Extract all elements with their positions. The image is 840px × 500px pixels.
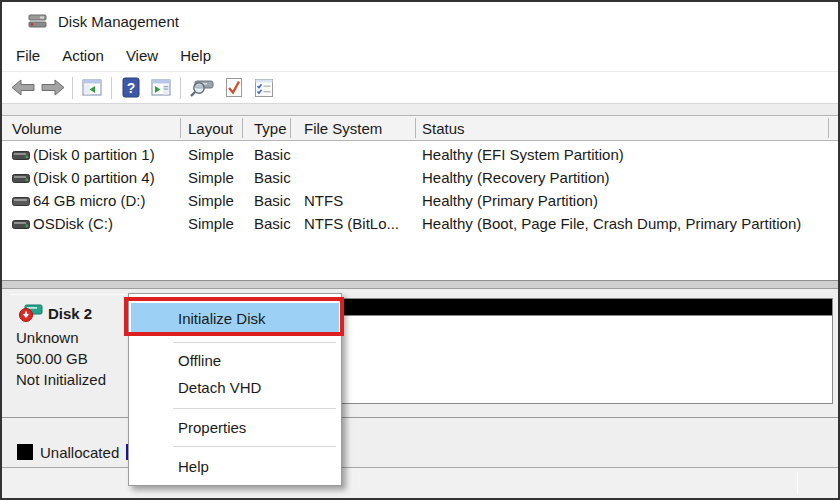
cell-file-system: NTFS (BitLo... — [304, 212, 399, 235]
console-tree-icon[interactable] — [77, 75, 107, 101]
column-separator[interactable] — [180, 118, 181, 138]
disk-capacity: 500.00 GB — [16, 348, 126, 369]
back-arrow-icon[interactable] — [8, 75, 38, 101]
cell-status: Healthy (Recovery Partition) — [422, 166, 610, 189]
column-separator[interactable] — [415, 118, 416, 138]
cell-volume: OSDisk (C:) — [33, 212, 113, 235]
disk-media-type: Unknown — [16, 327, 126, 348]
toolbar-separator — [72, 77, 73, 99]
menu-item-initialize-disk[interactable]: Initialize Disk — [131, 303, 339, 333]
cell-type: Basic — [254, 189, 291, 212]
column-header-file-system[interactable]: File System — [304, 116, 382, 140]
menu-file[interactable]: File — [5, 43, 51, 68]
cell-status: Healthy (EFI System Partition) — [422, 143, 624, 166]
volume-disk-icon — [12, 151, 30, 160]
title-bar: Disk Management — [2, 2, 838, 40]
cell-type: Basic — [254, 212, 291, 235]
help-icon[interactable]: ? — [116, 75, 146, 101]
cell-volume: (Disk 0 partition 4) — [33, 166, 155, 189]
menu-separator — [173, 408, 336, 409]
column-header-type[interactable]: Type — [254, 116, 287, 140]
disk2-info-box[interactable]: Disk 2 Unknown 500.00 GB Not Initialized — [10, 294, 126, 412]
volume-list: (Disk 0 partition 1) Simple Basic Health… — [2, 141, 838, 280]
column-header-layout[interactable]: Layout — [188, 116, 233, 140]
check-document-icon[interactable] — [219, 75, 249, 101]
toolbar-separator — [111, 77, 112, 99]
menu-separator — [173, 342, 336, 343]
menu-item-offline[interactable]: Offline — [131, 347, 339, 374]
cell-layout: Simple — [188, 166, 234, 189]
menu-item-properties[interactable]: Properties — [131, 414, 339, 441]
volume-disk-icon — [12, 220, 30, 229]
table-row[interactable]: 64 GB micro (D:) Simple Basic NTFS Healt… — [2, 189, 838, 212]
status-bar-divider — [797, 472, 798, 494]
menu-item-help[interactable]: Help — [131, 452, 339, 480]
cell-type: Basic — [254, 166, 291, 189]
cell-volume: (Disk 0 partition 1) — [33, 143, 155, 166]
disk-context-menu: Initialize Disk Offline Detach VHD Prope… — [128, 293, 342, 486]
table-row[interactable]: OSDisk (C:) Simple Basic NTFS (BitLo... … — [2, 212, 838, 235]
toolbar-gap — [2, 104, 838, 115]
cell-layout: Simple — [188, 143, 234, 166]
volume-table-header: Volume Layout Type File System Status — [2, 115, 838, 141]
disk-management-window: Disk Management File Action View Help — [0, 0, 840, 500]
forward-arrow-icon[interactable] — [38, 75, 68, 101]
cell-status: Healthy (Boot, Page File, Crash Dump, Pr… — [422, 212, 801, 235]
disk2-error-icon — [18, 304, 44, 323]
column-separator[interactable] — [242, 118, 243, 138]
cell-status: Healthy (Primary Partition) — [422, 189, 598, 212]
menu-view[interactable]: View — [115, 43, 169, 68]
column-header-status[interactable]: Status — [422, 116, 465, 140]
volume-disk-icon — [12, 174, 30, 183]
column-header-volume[interactable]: Volume — [12, 116, 62, 140]
cell-volume: 64 GB micro (D:) — [33, 189, 146, 212]
menu-bar: File Action View Help — [2, 40, 838, 71]
window-title: Disk Management — [58, 13, 179, 30]
column-separator[interactable] — [828, 118, 829, 138]
cell-type: Basic — [254, 143, 291, 166]
cell-layout: Simple — [188, 189, 234, 212]
table-row[interactable]: (Disk 0 partition 4) Simple Basic Health… — [2, 166, 838, 189]
column-separator[interactable] — [290, 118, 291, 138]
disk-name: Disk 2 — [48, 305, 92, 322]
action-pane-icon[interactable] — [146, 75, 176, 101]
disk-init-status: Not Initialized — [16, 369, 126, 390]
unallocated-legend-label: Unallocated — [40, 444, 119, 461]
unallocated-legend-swatch — [17, 444, 33, 460]
menu-separator — [173, 446, 336, 447]
svg-text:?: ? — [127, 80, 136, 96]
checklist-icon[interactable] — [249, 75, 279, 101]
app-disk-icon — [28, 13, 48, 29]
table-row[interactable]: (Disk 0 partition 1) Simple Basic Health… — [2, 143, 838, 166]
disk-rescan-icon[interactable] — [185, 75, 219, 101]
menu-help[interactable]: Help — [169, 43, 222, 68]
menu-item-detach-vhd[interactable]: Detach VHD — [131, 374, 339, 401]
toolbar-separator — [180, 77, 181, 99]
volume-disk-icon — [12, 197, 30, 206]
pane-splitter[interactable] — [2, 280, 838, 289]
cell-file-system: NTFS — [304, 189, 343, 212]
toolbar: ? — [2, 71, 838, 104]
cell-layout: Simple — [188, 212, 234, 235]
menu-action[interactable]: Action — [51, 43, 115, 68]
